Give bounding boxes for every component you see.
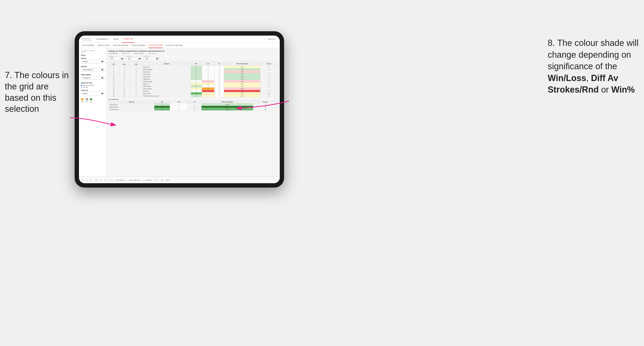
overall-record-value: 353 - 34 - 6 — [122, 53, 129, 54]
cell-rounds-11: 11 — [260, 92, 278, 95]
tab-team-h2h-grid[interactable]: TEAM H2H GRID — [98, 43, 110, 48]
cell-tie-7: 0 — [214, 83, 224, 85]
division-record-label: Division Record: — [134, 53, 144, 54]
save-custom-view-btn[interactable]: Save Custom View — [128, 179, 141, 181]
ood-cell-rounds-0: 2 — [253, 103, 278, 106]
watch-btn[interactable]: 👁 Watch ▾ — [144, 179, 153, 181]
undo-btn[interactable]: ↩ — [81, 179, 84, 181]
cell-reg-3: 1 — [119, 73, 130, 75]
cell-rounds-1: 3 — [260, 68, 278, 71]
radio-opponents-played[interactable]: Opponents Played — [81, 85, 104, 86]
dot-level — [86, 98, 88, 101]
cut-btn[interactable]: ✂ — [99, 179, 102, 181]
cell-reg-2: 3 — [119, 71, 130, 73]
nav-right: | Sign out — [264, 36, 277, 43]
cell-opponent-2: Sydney Kuo — [142, 71, 191, 73]
division-select[interactable]: NCAA Division III — [81, 68, 104, 71]
filter-conference-select[interactable]: (All) — [126, 57, 142, 60]
tab-team-summary[interactable]: TEAM SUMMARY — [82, 43, 94, 48]
tab-player-h2h-heatmap[interactable]: PLAYER H2H HEATMAP — [166, 43, 183, 48]
gender-label: Gender — [81, 57, 104, 59]
grid-records: Overall Record: 353 - 34 - 6 Division Re… — [108, 53, 278, 54]
out-of-division-label: Out of division — [108, 99, 278, 100]
ood-col-opponent: Opponent — [109, 101, 154, 103]
cell-reg-1: 2 — [119, 68, 130, 71]
nav-teams[interactable]: TEAMS — [112, 36, 120, 43]
cell-win-5: 1 — [191, 78, 202, 80]
cell-rounds-9 — [260, 88, 278, 90]
out-of-division-table: Opponent Win Loss Tie Diff Av Strokes/Rn… — [108, 101, 278, 111]
view-original-btn[interactable]: View: Original — [115, 179, 125, 181]
nav-tournaments[interactable]: TOURNAMENTS — [94, 36, 110, 43]
cell-rounds-7: 9 — [260, 83, 278, 85]
cell-loss-4: 0 — [202, 75, 214, 78]
grid-btn[interactable]: ⊞ — [94, 179, 98, 181]
cell-div-5: 11 — [109, 78, 119, 80]
cell-tie-0: 1 — [214, 66, 224, 68]
cell-opponent-9: Jessica Mason — [142, 88, 191, 90]
sep4 — [154, 179, 154, 181]
cell-rounds-0: 4 — [260, 66, 278, 68]
radio-top100[interactable]: Top 100 — [81, 87, 104, 88]
col-rounds: Rounds — [260, 62, 278, 66]
target-btn[interactable]: ⊙ — [108, 179, 112, 181]
cell-loss-1: 0 — [202, 68, 214, 71]
cell-diff-11: 0.30 — [224, 92, 260, 95]
filter-row: Opponents: (All) Conference (All) Oppone… — [108, 55, 278, 60]
left-panel: Last Updated: 27/03/2024 16:55:38 Player… — [79, 48, 107, 176]
cell-tie-1: 0 — [214, 68, 224, 71]
refresh-btn[interactable]: ⟳ — [90, 179, 93, 181]
cell-reg-12: 11 — [119, 95, 130, 97]
colour-by-select[interactable]: Win/loss — [81, 92, 104, 95]
cell-conf-8: 5 — [130, 85, 142, 88]
table-row: 20 11 7 Federica Domecq Lacroze 2 1 0 1.… — [109, 95, 278, 97]
tab-player-h2h-grid[interactable]: PLAYER H2H GRID — [149, 43, 163, 48]
filter-opponents-select[interactable]: (All) — [108, 57, 124, 60]
redo1-btn[interactable]: ↪ — [86, 179, 88, 181]
dot-up — [90, 98, 92, 101]
cell-diff-2: -1.00 — [224, 71, 260, 73]
cell-diff-9: -0.94 — [224, 88, 260, 90]
tab-player-summary[interactable]: PLAYER SUMMARY — [132, 43, 146, 48]
ood-cell-loss-2: 0 — [170, 108, 188, 111]
nav-links: TOURNAMENTS TEAMS COMMITTEE — [94, 36, 264, 43]
cell-div-8: 15 — [109, 85, 119, 88]
cell-tie-6: 0 — [214, 80, 224, 83]
table-row: 11 5 2 Heejo Hyun 1 0 0 3.33 3 — [109, 78, 278, 80]
cell-opponent-10: Euna Lee — [142, 90, 191, 92]
cell-opponent-1: Alexis Sudjianto — [142, 68, 191, 71]
cell-reg-11: 10 — [119, 92, 130, 95]
table-row: 5 2 2 Alexis Sudjianto 1 0 0 4.00 3 — [109, 68, 278, 71]
dot-up-label: Up — [90, 101, 92, 102]
grid2-btn[interactable]: ⊞ — [160, 179, 164, 181]
cell-div-2: 6 — [109, 71, 119, 73]
ood-cell-opponent-1: NAIA Division 1 — [109, 106, 154, 108]
gender-select[interactable]: Women's — [81, 60, 104, 63]
cell-win-1: 1 — [191, 68, 202, 71]
filter-opponent-select[interactable]: (All) — [144, 57, 159, 60]
col-div: #Div — [109, 62, 119, 66]
layout-btn[interactable]: ⊡ — [156, 179, 159, 181]
ood-col-rounds: Rounds — [253, 101, 278, 103]
share-btn[interactable]: Share — [165, 179, 170, 181]
opponent-view-label: Opponent view — [81, 82, 104, 84]
cell-reg-7: 7 — [119, 83, 130, 85]
cell-div-3: 9 — [109, 73, 119, 75]
dot-btn[interactable]: ••• — [104, 179, 107, 181]
cell-rounds-5: 3 — [260, 78, 278, 80]
rank-select[interactable]: 8. Katelyn Vo — [81, 76, 104, 80]
cell-rounds-2 — [260, 71, 278, 73]
tablet-frame: SCOREBOARD Powered by clippd TOURNAMENTS… — [75, 31, 284, 187]
bold-win-pct: Win% — [611, 85, 635, 95]
tab-team-h2h-heatmap[interactable]: TEAM H2H HEATMAP — [113, 43, 128, 48]
cell-conf-9: 1 — [130, 88, 142, 90]
nav-committee[interactable]: COMMITTEE — [122, 36, 134, 43]
ood-cell-rounds-1: 30 — [253, 106, 278, 108]
col-win: Win — [191, 62, 202, 66]
cell-diff-10: -5.00 — [224, 90, 260, 92]
sign-out-link[interactable]: Sign out — [267, 36, 277, 43]
cell-conf-4: 3 — [130, 75, 142, 78]
cell-loss-8: 0 — [202, 85, 214, 88]
table-row: 18 2 2 Euna Lee 0 3 0 -5.00 2 — [109, 90, 278, 92]
cell-conf-3: 4 — [130, 73, 142, 75]
